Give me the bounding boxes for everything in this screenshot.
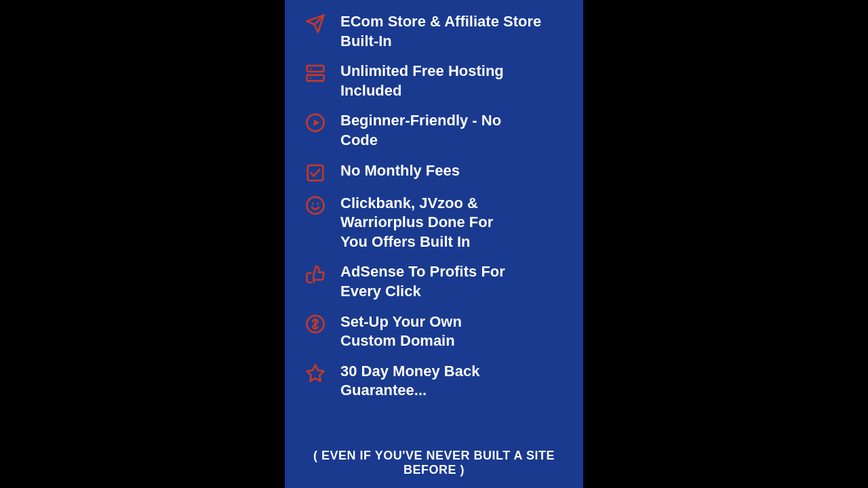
feature-item-beginner: Beginner-Friendly - NoCode (305, 106, 563, 155)
server-icon (305, 63, 332, 83)
feature-item-no-fees: No Monthly Fees (305, 156, 563, 188)
adsense-text: AdSense To Profits ForEvery Click (340, 262, 505, 301)
feature-item-guarantee: 30 Day Money BackGuarantee... (305, 357, 563, 406)
left-black-panel (0, 0, 285, 488)
svg-rect-0 (307, 66, 324, 72)
feature-item-adsense: AdSense To Profits ForEvery Click (305, 257, 563, 306)
domain-text: Set-Up Your OwnCustom Domain (340, 312, 462, 351)
feature-item-hosting: Unlimited Free HostingIncluded (305, 56, 563, 106)
guarantee-text: 30 Day Money BackGuarantee... (340, 362, 479, 401)
clickbank-text: Clickbank, JVzoo &Warriorplus Done ForYo… (340, 194, 493, 252)
svg-marker-5 (314, 119, 320, 126)
svg-point-8 (312, 203, 314, 205)
feature-item-clickbank: Clickbank, JVzoo &Warriorplus Done ForYo… (305, 188, 563, 258)
svg-point-9 (317, 203, 319, 205)
svg-rect-1 (307, 75, 324, 81)
svg-point-7 (307, 197, 324, 214)
send-icon (305, 14, 332, 34)
play-circle-icon (305, 113, 332, 133)
center-content-panel: ECom Store & Affiliate StoreBuilt-In Unl… (285, 0, 583, 488)
smile-icon (305, 195, 332, 216)
thumbs-up-icon (305, 264, 332, 284)
footer-text: ( EVEN IF YOU'VE NEVER BUILT A SITE BEFO… (305, 441, 563, 481)
feature-item-ecom: ECom Store & Affiliate StoreBuilt-In (305, 7, 563, 56)
svg-point-3 (310, 77, 312, 79)
dollar-circle-icon (305, 314, 332, 334)
svg-point-2 (310, 68, 312, 70)
checkbox-icon (305, 163, 332, 183)
beginner-text: Beginner-Friendly - NoCode (340, 111, 501, 150)
svg-marker-11 (307, 365, 324, 381)
svg-rect-6 (308, 165, 323, 180)
no-fees-text: No Monthly Fees (340, 161, 460, 181)
hosting-text: Unlimited Free HostingIncluded (340, 62, 504, 100)
star-icon (305, 363, 332, 384)
right-black-panel (583, 0, 868, 488)
feature-item-domain: Set-Up Your OwnCustom Domain (305, 307, 563, 357)
ecom-text: ECom Store & Affiliate StoreBuilt-In (340, 12, 541, 51)
feature-list: ECom Store & Affiliate StoreBuilt-In Unl… (305, 7, 563, 441)
